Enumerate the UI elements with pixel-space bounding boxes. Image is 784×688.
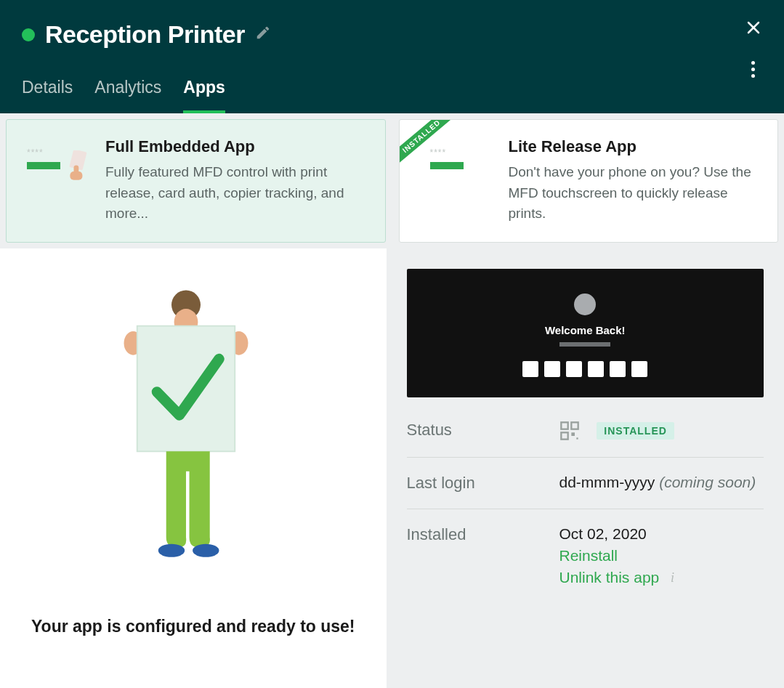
page-title: Reception Printer xyxy=(45,20,245,49)
tab-details[interactable]: Details xyxy=(22,78,73,113)
pin-box xyxy=(588,361,604,377)
tabs: Details Analytics Apps xyxy=(22,78,762,113)
app-thumb-icon: **** xyxy=(426,137,496,190)
svg-point-10 xyxy=(158,543,185,557)
svg-rect-14 xyxy=(561,432,567,439)
header: Reception Printer Details Analytics Apps xyxy=(0,0,784,113)
svg-rect-16 xyxy=(576,437,578,439)
lastlogin-date: dd-mmm-yyyy xyxy=(559,474,655,490)
app-card-desc: Don't have your phone on you? Use the MF… xyxy=(509,162,762,224)
installed-date: Oct 02, 2020 xyxy=(559,525,764,543)
left-panel: Your app is configured and ready to use! xyxy=(0,248,387,689)
qr-icon xyxy=(559,421,580,441)
info-icon[interactable]: i xyxy=(671,570,674,586)
app-thumb-icon: **** xyxy=(23,137,92,190)
svg-rect-4 xyxy=(70,171,82,180)
unlink-label: Unlink this app xyxy=(559,569,660,586)
pencil-icon[interactable] xyxy=(255,25,271,45)
status-dot-icon xyxy=(22,28,35,41)
ready-message: Your app is configured and ready to use! xyxy=(31,617,355,636)
lastlogin-label: Last login xyxy=(407,474,559,493)
installed-value: Oct 02, 2020 Reinstall Unlink this app i xyxy=(559,525,764,586)
svg-rect-13 xyxy=(571,422,578,429)
status-label: Status xyxy=(407,421,559,440)
pin-box xyxy=(610,361,626,377)
app-card-desc: Fully featured MFD control with print re… xyxy=(105,162,369,224)
app-card-lite[interactable]: INSTALLED **** Lite Release App Don't ha… xyxy=(399,119,779,243)
pin-input-row xyxy=(421,361,750,377)
pin-box xyxy=(631,361,647,377)
pin-box xyxy=(566,361,582,377)
tab-apps[interactable]: Apps xyxy=(183,78,225,113)
device-preview: Welcome Back! xyxy=(407,269,764,397)
avatar-icon xyxy=(574,294,596,315)
title-row: Reception Printer xyxy=(22,20,762,49)
svg-rect-9 xyxy=(137,325,235,451)
tab-analytics[interactable]: Analytics xyxy=(94,78,161,113)
ready-illustration-icon xyxy=(113,280,273,573)
unlink-link[interactable]: Unlink this app i xyxy=(559,569,764,586)
row-installed: Installed Oct 02, 2020 Reinstall Unlink … xyxy=(407,509,764,602)
lastlogin-value: dd-mmm-yyyy (coming soon) xyxy=(559,474,764,491)
status-value: INSTALLED xyxy=(559,421,764,441)
main-row: Your app is configured and ready to use!… xyxy=(0,248,784,689)
preview-welcome: Welcome Back! xyxy=(421,324,750,336)
status-badge: INSTALLED xyxy=(597,422,674,440)
app-card-title: Full Embedded App xyxy=(105,137,369,156)
row-status: Status INSTALLED xyxy=(407,405,764,458)
pin-box xyxy=(544,361,560,377)
row-last-login: Last login dd-mmm-yyyy (coming soon) xyxy=(407,458,764,509)
app-card-full[interactable]: **** Full Embedded App Fully featured MF… xyxy=(6,119,386,243)
svg-rect-15 xyxy=(571,432,575,436)
reinstall-link[interactable]: Reinstall xyxy=(559,547,764,564)
app-card-body: Lite Release App Don't have your phone o… xyxy=(509,137,762,224)
info-rows: Status INSTALLED Last login dd-mmm-yyyy … xyxy=(407,405,764,602)
kebab-menu-icon[interactable] xyxy=(747,57,759,82)
pin-box xyxy=(522,361,538,377)
close-icon[interactable] xyxy=(745,19,762,40)
right-panel: Welcome Back! Status INSTALLED xyxy=(387,248,785,689)
installed-label: Installed xyxy=(407,525,559,544)
app-card-body: Full Embedded App Fully featured MFD con… xyxy=(105,137,369,224)
svg-point-11 xyxy=(193,543,219,557)
preview-subbar xyxy=(559,342,610,347)
app-cards-row: **** Full Embedded App Fully featured MF… xyxy=(0,113,784,248)
svg-rect-12 xyxy=(561,422,567,429)
lastlogin-note: (coming soon) xyxy=(659,474,756,490)
app-card-title: Lite Release App xyxy=(509,137,762,156)
